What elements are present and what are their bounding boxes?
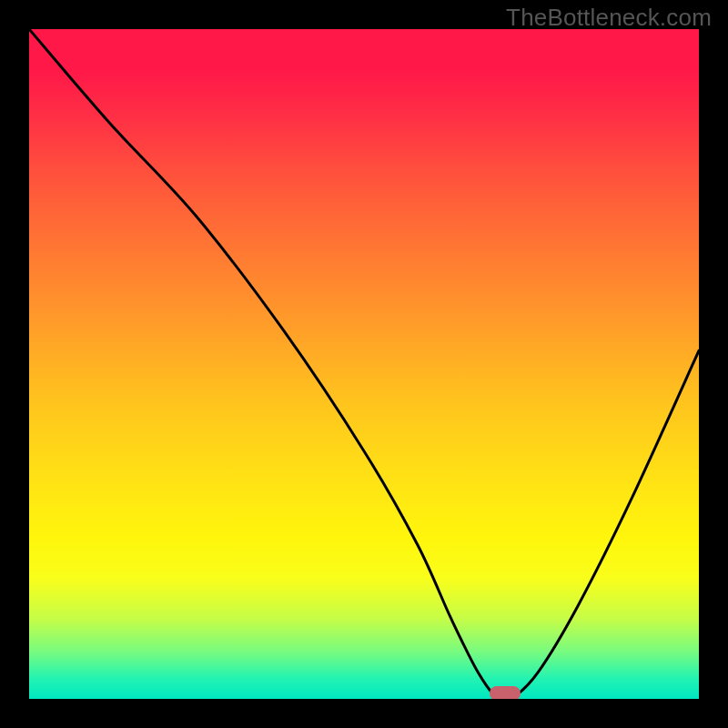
plot-area	[29, 29, 699, 699]
chart-frame: TheBottleneck.com	[0, 0, 728, 728]
optimal-marker	[490, 686, 521, 699]
curve-path	[29, 29, 699, 699]
watermark-text: TheBottleneck.com	[506, 4, 712, 32]
bottleneck-curve	[29, 29, 699, 699]
